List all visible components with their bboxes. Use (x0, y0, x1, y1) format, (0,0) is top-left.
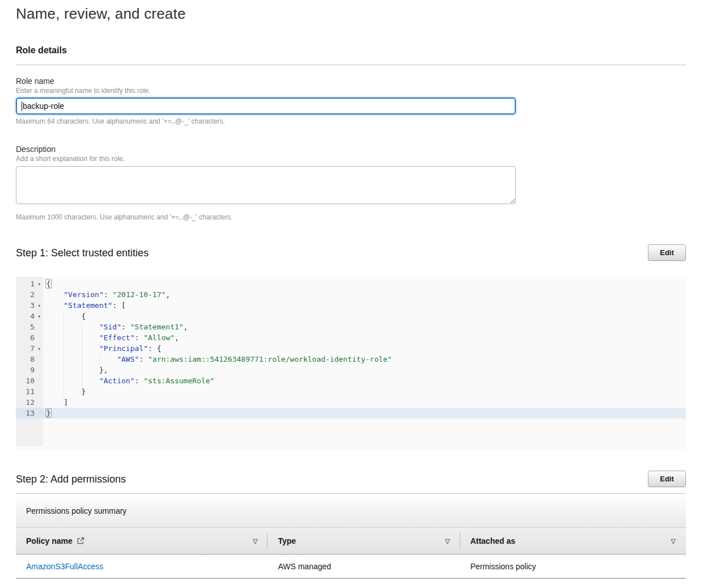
description-hint: Maximum 1000 characters. Use alphanumeri… (16, 213, 686, 222)
step1-edit-button[interactable]: Edit (648, 244, 686, 261)
code-line-text: }, (43, 365, 686, 375)
permissions-table-header: Policy name▽Type▽Attached as▽ (16, 528, 686, 555)
editor-line: 13} (16, 408, 686, 418)
line-number: 1▾ (16, 278, 43, 289)
step1-heading: Step 1: Select trusted entities (16, 246, 149, 260)
line-number: 3▾ (16, 300, 43, 311)
description-helper: Add a short explanation for this role. (16, 154, 686, 163)
editor-line: 2"Version": "2012-10-17", (16, 289, 686, 300)
line-number: 5 (16, 322, 43, 332)
policy-name-cell: AmazonS3FullAccess (16, 555, 268, 578)
editor-line: 10"Action": "sts:AssumeRole" (16, 375, 686, 386)
permissions-table-body: AmazonS3FullAccessAWS managedPermissions… (16, 555, 686, 579)
line-number: 9 (16, 365, 43, 375)
permissions-panel-title: Permissions policy summary (16, 494, 686, 528)
column-header-label: Attached as (470, 536, 515, 545)
code-line-text: "Action": "sts:AssumeRole" (43, 375, 686, 386)
code-line-text: } (43, 386, 686, 397)
role-name-label: Role name (16, 76, 686, 86)
editor-line: 1▾{ (16, 278, 686, 289)
trust-policy-editor[interactable]: 1▾{2"Version": "2012-10-17",3▾"Statement… (16, 277, 686, 450)
step2-edit-button[interactable]: Edit (648, 471, 686, 487)
line-number: 7▾ (16, 343, 43, 354)
description-label: Description (16, 144, 686, 154)
page-title: Name, review, and create (16, 5, 686, 23)
editor-line: 11} (16, 386, 686, 397)
code-line-text: "Statement": [ (43, 300, 686, 311)
attached-as-cell: Permissions policy (460, 555, 686, 578)
sort-filter-icon[interactable]: ▽ (253, 538, 257, 545)
code-line-text: { (43, 278, 686, 289)
editor-line: 12] (16, 397, 686, 408)
line-number: 12 (16, 397, 43, 408)
column-header-attached-as: Attached as▽ (460, 528, 686, 554)
editor-line: 4▾{ (16, 311, 686, 322)
column-header-type: Type▽ (268, 528, 460, 554)
policy-type-cell: AWS managed (268, 555, 460, 578)
line-number: 10 (16, 375, 43, 386)
line-number: 13 (16, 408, 43, 418)
editor-lines: 1▾{2"Version": "2012-10-17",3▾"Statement… (16, 277, 686, 418)
code-line-text: "Version": "2012-10-17", (43, 289, 686, 300)
text-caret (22, 101, 22, 111)
fold-toggle-icon[interactable]: ▾ (36, 344, 41, 354)
code-line-text: "Sid": "Statement1", (43, 322, 686, 332)
code-line-text: { (43, 311, 686, 322)
line-number: 6 (16, 332, 43, 343)
line-number: 11 (16, 386, 43, 397)
fold-toggle-icon[interactable]: ▾ (36, 301, 41, 311)
editor-line: 8"AWS": "arn:aws:iam::541263489771:role/… (16, 354, 686, 365)
step2-heading: Step 2: Add permissions (16, 472, 126, 486)
role-details-heading: Role details (16, 45, 686, 56)
policy-name-link[interactable]: AmazonS3FullAccess (26, 562, 103, 571)
editor-line: 7▾"Principal": { (16, 343, 686, 354)
line-number: 8 (16, 354, 43, 365)
code-line-text: } (43, 408, 686, 418)
column-header-policy-name: Policy name▽ (16, 528, 268, 554)
sort-filter-icon[interactable]: ▽ (671, 538, 676, 545)
table-row: AmazonS3FullAccessAWS managedPermissions… (16, 555, 686, 579)
section-divider (16, 65, 686, 65)
code-line-text: "AWS": "arn:aws:iam::541263489771:role/w… (43, 354, 686, 365)
page-content: Name, review, and create Role details Ro… (0, 5, 704, 579)
fold-toggle-icon[interactable]: ▾ (36, 279, 41, 290)
editor-line: 3▾"Statement": [ (16, 300, 686, 311)
role-name-input[interactable]: backup-role (16, 98, 516, 115)
line-number: 2 (16, 289, 43, 300)
external-link-icon (77, 537, 84, 545)
editor-line: 9}, (16, 365, 686, 375)
permissions-policy-panel: Permissions policy summary Policy name▽T… (16, 493, 686, 579)
role-name-hint: Maximum 64 characters. Use alphanumeric … (16, 117, 686, 126)
column-header-label: Type (278, 536, 296, 545)
fold-toggle-icon[interactable]: ▾ (36, 311, 41, 322)
description-textarea[interactable] (16, 166, 516, 204)
editor-line: 6"Effect": "Allow", (16, 332, 686, 343)
line-number: 4▾ (16, 311, 43, 322)
column-header-label: Policy name (26, 536, 84, 545)
code-line-text: "Effect": "Allow", (43, 332, 686, 343)
role-name-helper: Enter a meaningful name to identify this… (16, 86, 686, 95)
role-name-value: backup-role (23, 101, 64, 111)
editor-line: 5"Sid": "Statement1", (16, 322, 686, 332)
code-line-text: ] (43, 397, 686, 408)
code-line-text: "Principal": { (43, 343, 686, 354)
sort-filter-icon[interactable]: ▽ (445, 538, 449, 545)
